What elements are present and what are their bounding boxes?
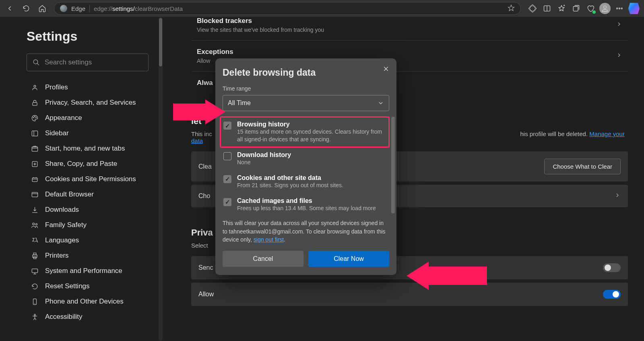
options-scrollbar[interactable] xyxy=(391,117,395,213)
svg-point-8 xyxy=(621,8,622,9)
sidebar-item-share-copy-and-paste[interactable]: Share, Copy, and Paste xyxy=(27,157,153,171)
data-type-title: Download history xyxy=(237,151,291,159)
checkbox[interactable] xyxy=(223,198,231,206)
favorite-star-icon[interactable] xyxy=(508,4,515,13)
refresh-button[interactable] xyxy=(19,2,33,15)
data-type-row-cached-images-and-files[interactable]: Cached images and files Frees up less th… xyxy=(223,193,389,216)
time-range-select[interactable]: All Time xyxy=(223,95,389,111)
sidebar-item-appearance[interactable]: Appearance xyxy=(27,111,153,125)
blocked-trackers-row[interactable]: Blocked trackers View the sites that we'… xyxy=(191,17,628,41)
puzzle-icon xyxy=(528,4,537,12)
svg-point-13 xyxy=(33,117,34,118)
back-button[interactable] xyxy=(3,2,17,15)
svg-line-10 xyxy=(37,63,39,65)
copilot-button[interactable] xyxy=(627,2,641,15)
more-button[interactable] xyxy=(613,2,626,15)
checkbox[interactable] xyxy=(223,175,231,183)
home-icon xyxy=(38,4,46,12)
settings-search[interactable] xyxy=(27,54,149,71)
allow-check-toggle[interactable] xyxy=(603,290,621,299)
sidebar-item-cookies-and-site-permissions[interactable]: Cookies and Site Permissions xyxy=(27,172,153,186)
time-range-value: All Time xyxy=(228,99,378,107)
address-bar[interactable]: Edge edge://settings/clearBrowserData xyxy=(54,2,521,15)
favorites-button[interactable] xyxy=(555,2,568,15)
language-icon xyxy=(31,236,39,244)
sidebar-item-accessibility[interactable]: Accessibility xyxy=(27,310,153,324)
svg-rect-20 xyxy=(32,178,37,182)
collections-button[interactable] xyxy=(569,2,583,15)
collections-icon xyxy=(572,4,580,12)
time-range-label: Time range xyxy=(223,85,389,92)
sidebar-item-start-home-and-new-tabs[interactable]: Start, home, and new tabs xyxy=(27,141,153,156)
search-icon xyxy=(33,59,40,66)
settings-title: Settings xyxy=(27,29,153,44)
refresh-icon xyxy=(22,4,30,12)
svg-point-14 xyxy=(34,116,35,117)
data-type-title: Cookies and other site data xyxy=(237,174,343,182)
data-type-sub: Frees up less than 13.4 MB. Some sites m… xyxy=(237,205,376,212)
ellipsis-icon xyxy=(615,4,623,12)
settings-sidebar: Settings ProfilesPrivacy, Search, and Se… xyxy=(0,17,159,341)
cancel-button[interactable]: Cancel xyxy=(223,251,303,267)
sidebar-item-label: Reset Settings xyxy=(45,282,90,290)
sidebar-item-default-browser[interactable]: Default Browser xyxy=(27,187,153,202)
sidebar-item-privacy-search-and-services[interactable]: Privacy, Search, and Services xyxy=(27,95,153,110)
sidebar-item-label: Share, Copy, and Paste xyxy=(45,160,117,168)
svg-rect-27 xyxy=(33,256,36,258)
svg-rect-4 xyxy=(573,6,578,11)
sidebar-item-label: Phone and Other Devices xyxy=(45,298,124,306)
data-type-options: Browsing history 15 items and more on sy… xyxy=(223,117,389,216)
sidebar-item-system-and-performance[interactable]: System and Performance xyxy=(27,264,153,278)
extensions-button[interactable] xyxy=(526,2,539,15)
sidebar-icon xyxy=(31,129,39,137)
sidebar-item-languages[interactable]: Languages xyxy=(27,233,153,248)
close-button[interactable] xyxy=(381,64,391,74)
choose-what-to-clear-button[interactable]: Choose What to Clear xyxy=(544,159,621,174)
profile-button[interactable] xyxy=(598,2,612,15)
star-plus-icon xyxy=(557,4,566,12)
sidebar-item-label: Downloads xyxy=(45,206,79,214)
svg-point-23 xyxy=(32,223,34,225)
svg-point-24 xyxy=(35,223,37,225)
dialog-title: Delete browsing data xyxy=(223,67,389,78)
rewards-dot xyxy=(592,10,596,14)
clear-now-button[interactable]: Clear Now xyxy=(308,251,389,267)
sidebar-item-profiles[interactable]: Profiles xyxy=(27,80,153,95)
reset-icon xyxy=(31,282,39,290)
svg-rect-18 xyxy=(32,147,37,151)
sidebar-item-reset-settings[interactable]: Reset Settings xyxy=(27,279,153,293)
checkbox[interactable] xyxy=(223,152,231,160)
svg-point-6 xyxy=(617,8,618,9)
sidebar-item-sidebar[interactable]: Sidebar xyxy=(27,126,153,141)
sidebar-item-label: Appearance xyxy=(45,114,82,122)
palette-icon xyxy=(31,114,39,122)
chevron-right-icon xyxy=(616,52,622,60)
sidebar-item-label: Family Safety xyxy=(45,221,87,229)
sidebar-item-phone-and-other-devices[interactable]: Phone and Other Devices xyxy=(27,294,153,309)
split-button[interactable] xyxy=(540,2,554,15)
dialog-note: This will clear your data across all you… xyxy=(223,219,389,244)
sign-out-link[interactable]: sign out first xyxy=(254,236,284,243)
sidebar-item-label: Profiles xyxy=(45,83,68,91)
svg-point-11 xyxy=(34,85,36,87)
blocked-trackers-title: Blocked trackers xyxy=(197,17,616,25)
phone-icon xyxy=(31,298,39,306)
sidebar-item-label: Start, home, and new tabs xyxy=(45,145,125,153)
settings-search-input[interactable] xyxy=(45,58,142,66)
sidebar-item-printers[interactable]: Printers xyxy=(27,248,153,263)
accessibility-icon xyxy=(31,313,39,321)
data-type-row-cookies-and-other-site-data[interactable]: Cookies and other site data From 21 site… xyxy=(223,170,389,193)
sidebar-item-label: Privacy, Search, and Services xyxy=(45,99,136,107)
send-dnt-toggle[interactable] xyxy=(603,263,621,272)
sidebar-item-family-safety[interactable]: Family Safety xyxy=(27,218,153,232)
edge-logo-icon xyxy=(60,5,67,12)
svg-rect-26 xyxy=(33,253,36,255)
sidebar-item-downloads[interactable]: Downloads xyxy=(27,203,153,217)
svg-rect-28 xyxy=(32,269,37,273)
data-type-row-browsing-history[interactable]: Browsing history 15 items and more on sy… xyxy=(220,117,389,147)
rewards-button[interactable] xyxy=(584,2,597,15)
data-type-row-download-history[interactable]: Download history None xyxy=(223,147,389,170)
home-button[interactable] xyxy=(35,2,49,15)
sidebar-item-label: Printers xyxy=(45,252,69,260)
svg-point-9 xyxy=(33,60,38,64)
